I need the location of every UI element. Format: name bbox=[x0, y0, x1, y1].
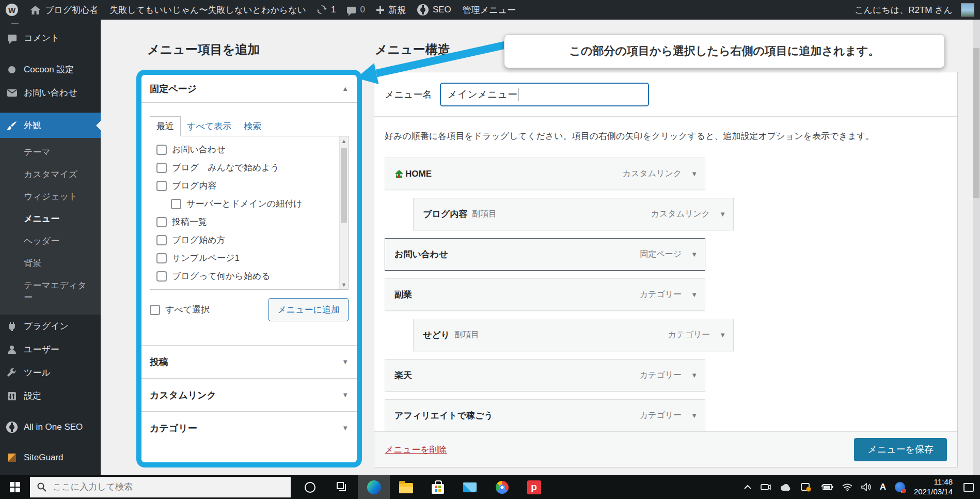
select-all-checkbox[interactable] bbox=[150, 305, 160, 315]
appearance-submenu: テーマ カスタマイズ ウィジェット メニュー ヘッダー 背景 テーマエディター bbox=[0, 138, 101, 315]
taskbar-clock[interactable]: 11:48 2021/03/14 bbox=[914, 477, 953, 497]
sidebar-item-cocoon-settings[interactable]: Cocoon 設定 bbox=[0, 58, 101, 81]
checkbox[interactable] bbox=[156, 253, 167, 263]
add-menu-items-panel: 固定ページ ▲ 最近 すべて表示 検索 お問い合わせ ブログ みんなで始めよう bbox=[136, 70, 362, 467]
sidebar-item-plugins[interactable]: プラグイン bbox=[0, 315, 101, 338]
chevron-up-icon[interactable]: ▲ bbox=[342, 85, 349, 92]
sidebar-item-tools[interactable]: ツール bbox=[0, 361, 101, 384]
brush-icon bbox=[6, 121, 18, 130]
task-view-icon bbox=[336, 481, 348, 493]
item-expand-arrow[interactable]: ▼ bbox=[691, 170, 698, 178]
sidebar-item-widgets[interactable]: ウィジェット bbox=[0, 185, 101, 208]
comments-menu[interactable]: 0 bbox=[341, 0, 370, 20]
windows-taskbar: p A 11:48 2021/03/14 bbox=[0, 475, 980, 499]
page-scrollbar-thumb[interactable] bbox=[973, 48, 979, 198]
tab-search[interactable]: 検索 bbox=[238, 117, 267, 136]
camera-icon[interactable] bbox=[761, 483, 771, 491]
store-button[interactable] bbox=[422, 475, 454, 499]
sub-item-badge: 副項目 bbox=[472, 209, 497, 220]
task-view-button[interactable] bbox=[326, 475, 358, 499]
menu-item-rakuten[interactable]: 楽天 カテゴリー ▼ bbox=[385, 359, 705, 392]
item-expand-arrow[interactable]: ▼ bbox=[719, 331, 726, 339]
sidebar-item-siteguard[interactable]: SiteGuard bbox=[0, 447, 101, 469]
checkbox[interactable] bbox=[156, 271, 167, 282]
item-expand-arrow[interactable]: ▼ bbox=[691, 291, 698, 299]
user-sphere-icon[interactable] bbox=[895, 482, 905, 492]
onedrive-cloud-icon[interactable] bbox=[780, 484, 792, 491]
save-menu-button[interactable]: メニューを保存 bbox=[854, 438, 947, 461]
pages-tabs: 最近 すべて表示 検索 bbox=[150, 116, 349, 136]
taskbar-search[interactable] bbox=[30, 477, 291, 497]
sidebar-item-menus[interactable]: メニュー bbox=[0, 208, 101, 230]
checkbox[interactable] bbox=[156, 163, 167, 173]
volume-icon[interactable] bbox=[861, 483, 871, 491]
wrench-icon bbox=[6, 368, 18, 378]
wifi-icon[interactable] bbox=[842, 484, 852, 491]
pages-accordion-header[interactable]: 固定ページ ▲ bbox=[141, 75, 357, 103]
chrome-button[interactable] bbox=[486, 475, 518, 499]
posts-accordion-header[interactable]: 投稿 ▼ bbox=[141, 345, 357, 378]
sidebar-item-contact[interactable]: お問い合わせ bbox=[0, 81, 101, 104]
page-scrollbar[interactable] bbox=[973, 20, 980, 475]
checkbox[interactable] bbox=[156, 235, 167, 245]
item-expand-arrow[interactable]: ▼ bbox=[691, 251, 698, 258]
custom-links-accordion-header[interactable]: カスタムリンク ▼ bbox=[141, 378, 357, 411]
sidebar-item-customize[interactable]: カスタマイズ bbox=[0, 163, 101, 185]
wordpress-logo-menu[interactable]: W bbox=[0, 0, 24, 20]
tray-chevron-up-icon[interactable] bbox=[744, 485, 752, 490]
my-account-menu[interactable]: こんにちは、R2TM さん bbox=[849, 0, 980, 20]
tab-most-recent[interactable]: 最近 bbox=[150, 116, 181, 136]
house-icon bbox=[394, 169, 404, 179]
mail-button[interactable] bbox=[454, 475, 486, 499]
sidebar-item-appearance[interactable]: 外観 bbox=[0, 113, 101, 138]
sidebar-item-settings[interactable]: 設定 bbox=[0, 384, 101, 408]
checkbox[interactable] bbox=[171, 199, 181, 209]
sidebar-item-comments[interactable]: コメント bbox=[0, 26, 101, 50]
list-scrollbar[interactable]: ▲ ▼ bbox=[339, 136, 348, 289]
scroll-up-icon[interactable]: ▲ bbox=[341, 138, 347, 144]
item-expand-arrow[interactable]: ▼ bbox=[691, 371, 698, 379]
action-center-button[interactable] bbox=[961, 483, 974, 492]
site-name-link[interactable]: ブログ初心者 bbox=[24, 0, 104, 20]
seo-menu[interactable]: SEO bbox=[412, 0, 457, 20]
menu-item-contact[interactable]: お問い合わせ 固定ページ ▼ bbox=[385, 238, 705, 271]
menu-item-side-business[interactable]: 副業 カテゴリー ▼ bbox=[385, 278, 705, 311]
delete-menu-link[interactable]: メニューを削除 bbox=[385, 444, 447, 456]
scroll-down-icon[interactable]: ▼ bbox=[341, 282, 347, 288]
add-to-menu-button[interactable]: メニューに追加 bbox=[268, 298, 349, 321]
seo-gear-icon bbox=[417, 4, 429, 15]
categories-accordion-header[interactable]: カテゴリー ▼ bbox=[141, 411, 357, 444]
sidebar-item-background[interactable]: 背景 bbox=[0, 252, 101, 274]
menu-item-sedori[interactable]: せどり 副項目 カテゴリー ▼ bbox=[413, 319, 734, 351]
ime-language-icon[interactable]: A bbox=[880, 482, 886, 492]
item-expand-arrow[interactable]: ▼ bbox=[719, 210, 726, 218]
menu-item-affiliate[interactable]: アフィリエイトで稼ごう カテゴリー ▼ bbox=[385, 399, 705, 432]
cortana-button[interactable] bbox=[294, 475, 326, 499]
sidebar-item-themes[interactable]: テーマ bbox=[0, 141, 101, 163]
new-content-menu[interactable]: 新規 bbox=[371, 0, 412, 20]
file-explorer-button[interactable] bbox=[390, 475, 422, 499]
edge-button[interactable] bbox=[358, 475, 390, 499]
item-expand-arrow[interactable]: ▼ bbox=[691, 412, 698, 419]
red-p-app-button[interactable]: p bbox=[518, 475, 550, 499]
clock-time: 11:48 bbox=[914, 477, 953, 487]
sidebar-item-all-in-one-seo[interactable]: All in One SEO bbox=[0, 416, 101, 439]
start-button[interactable] bbox=[0, 475, 30, 499]
sidebar-separator bbox=[0, 50, 101, 58]
menu-item-home[interactable]: HOME カスタムリンク ▼ bbox=[385, 158, 705, 190]
sidebar-separator bbox=[0, 104, 101, 113]
checkbox[interactable] bbox=[156, 181, 167, 191]
sidebar-item-header[interactable]: ヘッダー bbox=[0, 230, 101, 252]
tab-view-all[interactable]: すべて表示 bbox=[181, 117, 238, 136]
checkbox[interactable] bbox=[156, 145, 167, 155]
battery-icon[interactable] bbox=[820, 484, 833, 491]
rotation-lock-icon[interactable] bbox=[801, 482, 811, 492]
admin-menu-link[interactable]: 管理メニュー bbox=[457, 0, 521, 20]
checkbox[interactable] bbox=[156, 217, 167, 227]
updates-menu[interactable]: 1 bbox=[312, 0, 341, 20]
sidebar-item-users[interactable]: ユーザー bbox=[0, 338, 101, 361]
scrollbar-thumb[interactable] bbox=[341, 148, 347, 223]
menu-item-blog-content[interactable]: ブログ内容 副項目 カスタムリンク ▼ bbox=[413, 198, 734, 230]
sidebar-item-theme-editor[interactable]: テーマエディター bbox=[0, 274, 101, 308]
search-input[interactable] bbox=[53, 482, 283, 492]
